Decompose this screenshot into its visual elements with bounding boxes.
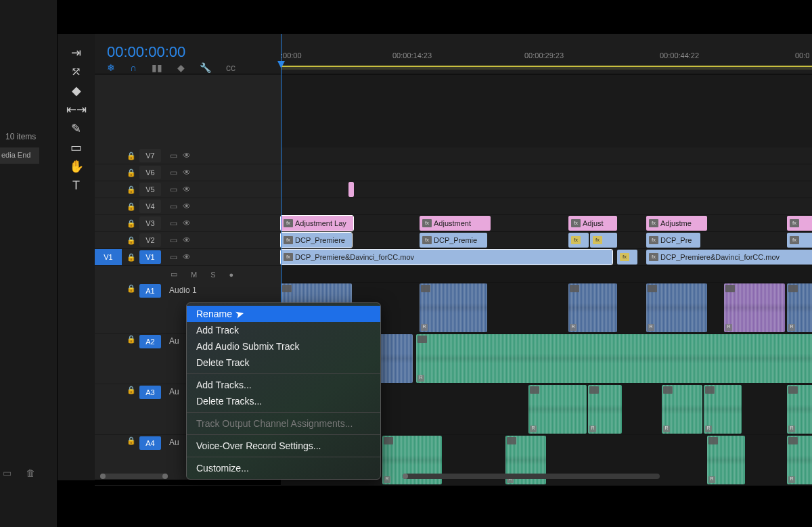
time-ruler[interactable]: :00:0000:00:14:2300:00:29:2300:00:44:220… [281,34,812,74]
settings-icon[interactable]: 🔧 [200,62,211,73]
lane-v6[interactable] [281,164,812,181]
ripple-icon[interactable]: ⇤⇥ [67,100,86,119]
menu-item-add-audio-submix-track[interactable]: Add Audio Submix Track [187,338,380,354]
audio-clip[interactable]: R [787,436,812,484]
menu-item-rename[interactable]: Rename [187,306,380,322]
video-track-header-v3[interactable]: 🔒V3▭👁 [95,215,281,232]
lane-v2[interactable]: fxDCP_PremierefxDCP_PremiefxfxfxDCP_Pref… [281,232,812,249]
video-track-header-v6[interactable]: 🔒V6▭👁 [95,164,281,181]
track-target-v4[interactable]: V4 [139,200,161,213]
mute-icon[interactable]: M [191,271,197,279]
clip[interactable]: fx [787,216,812,231]
audio-clip[interactable]: R [528,385,587,434]
sync-lock-icon[interactable]: ▭ [166,252,180,262]
track-target-v1[interactable]: V1 [139,250,161,264]
lock-icon[interactable]: 🔒 [123,386,139,394]
video-track-header-v1[interactable]: V1🔒V1▭👁 [95,249,281,266]
fx-badge-icon[interactable] [384,437,393,444]
sync-lock-icon[interactable]: ▭ [171,270,177,279]
audio-clip[interactable]: R [662,385,702,434]
audio-clip[interactable]: R [588,385,622,434]
track-target-v3[interactable]: V3 [139,216,161,230]
hand-icon[interactable]: ✋ [67,157,86,176]
fx-badge-icon[interactable] [705,386,715,394]
rect-icon[interactable]: ▭ [67,138,86,157]
track-target-a3[interactable]: A3 [139,386,161,399]
snap-icon[interactable]: ❄ [107,62,115,73]
sync-lock-icon[interactable]: ▭ [166,202,180,211]
audio-clip[interactable]: R [724,283,785,332]
track-target-a2[interactable]: A2 [139,335,161,348]
fx-badge-icon[interactable]: fx [790,219,799,227]
clip[interactable]: fxDCP_Premiere&Davinci_forCC.mov [281,250,612,265]
lane-v4[interactable] [281,198,812,215]
fx-badge-icon[interactable]: fx [571,236,581,244]
eye-icon[interactable]: 👁 [180,235,194,245]
track-target-a4[interactable]: A4 [139,436,161,450]
fx-badge-icon[interactable] [788,437,798,444]
lane-v1[interactable]: fxDCP_Premiere&Davinci_forCC.movfxfxDCP_… [281,249,812,266]
solo-icon[interactable]: S [210,271,215,279]
sync-lock-icon[interactable]: ▭ [166,235,180,245]
audio-clip[interactable]: R [707,436,745,484]
track-target-v5[interactable]: V5 [139,183,161,196]
track-target-v6[interactable]: V6 [139,166,161,179]
clip[interactable]: fx [590,233,617,248]
lock-icon[interactable]: 🔒 [123,168,139,177]
clip[interactable]: fxAdjustment Lay [281,216,353,231]
fx-badge-icon[interactable] [530,386,539,394]
lock-icon[interactable]: 🔒 [123,253,139,262]
sync-lock-icon[interactable]: ▭ [166,168,180,177]
clip[interactable]: fxAdjustment [420,216,491,231]
clip-v5[interactable] [348,182,354,197]
fx-badge-icon[interactable] [788,285,798,292]
video-track-header-v5[interactable]: 🔒V5▭👁 [95,181,281,198]
audio-clip[interactable]: R [646,283,707,332]
eye-icon[interactable]: 👁 [180,252,194,262]
fx-badge-icon[interactable]: fx [620,253,629,261]
audio-clip[interactable]: R [787,385,812,434]
menu-item-add-track[interactable]: Add Track [187,322,380,338]
lock-icon[interactable]: 🔒 [123,284,139,293]
audio-clip[interactable]: R [568,283,617,332]
playhead-timecode[interactable]: 00:00:00:00 [107,43,185,61]
column-header-media-end[interactable]: edia End [0,147,39,164]
clip[interactable]: fxDCP_Premiere&Davinci_forCC.mov [646,250,812,265]
sync-lock-icon[interactable]: ▭ [166,151,180,160]
track-target-v7[interactable]: V7 [139,149,161,162]
lock-icon[interactable]: 🔒 [123,335,139,344]
overwrite-icon[interactable]: ⤱ [67,62,86,81]
source-patch-v1[interactable]: V1 [95,249,122,265]
menu-item-customize[interactable]: Customize... [187,460,380,476]
clip[interactable]: fxDCP_Premiere [281,233,352,248]
lane-v7[interactable] [281,147,812,164]
fx-badge-icon[interactable] [663,386,673,394]
menu-item-voice-over-record-settings[interactable]: Voice-Over Record Settings... [187,438,380,454]
eye-icon[interactable]: 👁 [180,185,194,194]
marker-tool-icon[interactable]: ▮▮ [152,62,162,73]
fx-badge-icon[interactable]: fx [649,236,658,244]
fx-badge-icon[interactable] [648,285,657,292]
sync-lock-icon[interactable]: ▭ [166,185,180,194]
work-area-bar[interactable] [281,66,812,70]
track-target-a1[interactable]: A1 [139,284,161,298]
menu-item-delete-tracks[interactable]: Delete Tracks... [187,393,380,409]
lane-v3[interactable]: fxAdjustment LayfxAdjustmentfxAdjustfxAd… [281,215,812,232]
fx-badge-icon[interactable] [589,386,599,394]
clip[interactable]: fxAdjust [568,216,617,231]
marker-add-icon[interactable]: ◆ [177,62,185,73]
fx-badge-icon[interactable]: fx [790,236,799,244]
voice-record-icon[interactable]: ● [229,271,234,279]
new-bin-icon[interactable]: ▭ [3,467,14,478]
audio-clip[interactable]: R [787,283,812,332]
menu-item-add-tracks[interactable]: Add Tracks... [187,377,380,393]
lock-icon[interactable]: 🔒 [123,202,139,211]
fx-badge-icon[interactable]: fx [284,236,293,244]
audio-clip[interactable]: R [704,385,742,434]
fx-badge-icon[interactable] [421,285,430,292]
eye-icon[interactable]: 👁 [180,151,194,160]
fx-badge-icon[interactable] [788,386,798,394]
captions-icon[interactable]: cc [226,62,235,73]
lock-icon[interactable]: 🔒 [123,436,139,445]
fx-badge-icon[interactable]: fx [571,219,581,227]
